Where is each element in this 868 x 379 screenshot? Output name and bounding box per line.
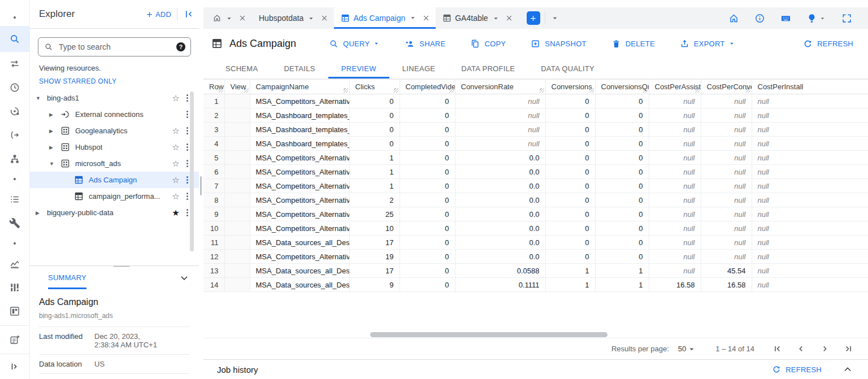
copy-button[interactable]: COPY	[470, 39, 506, 49]
search-input[interactable]	[58, 42, 172, 52]
tab-data-quality[interactable]: DATA QUALITY	[528, 58, 607, 79]
scheduled-queries-icon[interactable]	[0, 76, 30, 99]
tab-summary[interactable]: SUMMARY	[48, 266, 86, 289]
more-dot-icon[interactable]	[0, 235, 30, 252]
refresh-button[interactable]: REFRESH	[803, 39, 853, 49]
tree-item-ads-campaign[interactable]: Ads Campaign☆	[30, 172, 199, 188]
more-dot-icon[interactable]	[0, 9, 30, 26]
tree-item-hubspot[interactable]: ▶Hubspot☆	[30, 139, 199, 155]
star-icon[interactable]: ☆	[170, 175, 182, 185]
expander-down-icon[interactable]: ▼	[36, 95, 47, 101]
column-header-costperassist[interactable]: CostPerAssist	[649, 80, 701, 94]
help-icon[interactable]: ?	[176, 42, 185, 51]
caret-down-icon[interactable]	[492, 14, 500, 23]
column-header-costperinstall[interactable]: CostPerInstall	[752, 80, 868, 94]
expand-rail-button[interactable]	[0, 354, 30, 379]
tab-list-caret-icon[interactable]	[550, 14, 559, 23]
tree-item-microsoft-ads[interactable]: ▼microsoft_ads☆	[30, 155, 199, 172]
explorer-search-box[interactable]: ?	[38, 37, 191, 56]
expander-down-icon[interactable]: ▼	[49, 161, 60, 167]
suggestions-control[interactable]	[806, 13, 826, 24]
capacity-icon[interactable]	[0, 276, 30, 299]
tree-item-bigquery-public-data[interactable]: ▶bigquery-public-data★	[30, 204, 199, 221]
horizontal-scrollbar-thumb[interactable]	[370, 332, 607, 337]
close-icon[interactable]	[238, 14, 246, 22]
close-icon[interactable]	[320, 14, 328, 22]
collapse-explorer-icon[interactable]	[183, 8, 194, 20]
job-history-refresh-button[interactable]: REFRESH	[772, 365, 822, 374]
caret-down-icon[interactable]	[409, 14, 417, 22]
job-list-icon[interactable]	[0, 188, 30, 211]
collapse-job-history-icon[interactable]	[842, 364, 853, 375]
column-header-row[interactable]: Row	[203, 80, 224, 94]
home-icon[interactable]	[728, 13, 739, 24]
tab-ads-campaign[interactable]: Ads Campaign	[334, 7, 436, 29]
expander-right-icon[interactable]: ▶	[49, 145, 60, 150]
search-icon[interactable]	[0, 26, 30, 52]
column-header-conversions[interactable]: Conversions	[545, 80, 595, 94]
delete-button[interactable]: DELETE	[611, 39, 655, 49]
last-page-icon[interactable]	[844, 344, 853, 354]
add-data-button[interactable]: ADD	[145, 10, 171, 19]
monitoring-icon[interactable]	[0, 252, 30, 276]
close-icon[interactable]	[422, 14, 430, 22]
tab-schema[interactable]: SCHEMA	[212, 58, 271, 79]
column-header-campaignname[interactable]: CampaignName	[250, 80, 349, 94]
column-header-conversionrate[interactable]: ConversionRate	[455, 80, 545, 94]
tab-lineage[interactable]: LINEAGE	[389, 58, 448, 79]
page-size-dropdown[interactable]: 50	[678, 345, 696, 354]
explorer-scrollbar[interactable]	[190, 92, 194, 251]
close-icon[interactable]	[505, 14, 513, 22]
column-header-view[interactable]: View	[224, 80, 250, 94]
caret-down-icon[interactable]	[225, 14, 233, 23]
column-header-completedvideo[interactable]: CompletedVideo	[400, 80, 455, 94]
show-starred-only-link[interactable]: SHOW STARRED ONLY	[39, 77, 190, 85]
expander-right-icon[interactable]: ▶	[49, 128, 60, 134]
collapse-summary-icon[interactable]	[179, 272, 190, 284]
previous-page-icon[interactable]	[796, 344, 806, 354]
keyboard-icon[interactable]	[780, 13, 791, 24]
star-icon[interactable]: ☆	[170, 126, 182, 136]
partner-center-icon[interactable]	[0, 147, 30, 171]
tab-hubspotdata[interactable]: Hubspotdata	[252, 7, 334, 29]
star-icon[interactable]: ☆	[170, 93, 182, 103]
expander-right-icon[interactable]: ▶	[36, 210, 47, 216]
star-icon[interactable]: ★	[170, 208, 182, 218]
tree-item-googleanalytics[interactable]: ▶Googleanalytics☆	[30, 123, 199, 139]
export-button[interactable]: EXPORT	[680, 39, 736, 49]
panel-drag-handle[interactable]	[113, 265, 130, 267]
next-page-icon[interactable]	[820, 344, 830, 354]
info-icon[interactable]	[754, 13, 765, 24]
tab-preview[interactable]: PREVIEW	[328, 58, 389, 79]
notebook-add-icon[interactable]	[0, 328, 30, 352]
tree-item-external-connections[interactable]: ▶External connections	[30, 106, 199, 123]
dataform-icon[interactable]	[0, 123, 30, 147]
panel-resize-gutter[interactable]	[199, 0, 203, 379]
tab-details[interactable]: DETAILS	[271, 58, 328, 79]
column-header-conversionsqua[interactable]: ConversionsQua	[595, 80, 649, 94]
more-dot-icon[interactable]	[0, 171, 30, 188]
analytics-hub-icon[interactable]	[0, 99, 30, 123]
administration-icon[interactable]	[0, 211, 30, 235]
tab-data-profile[interactable]: DATA PROFILE	[448, 58, 528, 79]
tab-home[interactable]	[206, 7, 252, 29]
column-header-costperconvers[interactable]: CostPerConvers	[701, 80, 752, 94]
snapshot-button[interactable]: SNAPSHOT	[531, 39, 587, 49]
fullscreen-icon[interactable]	[841, 13, 852, 24]
first-page-icon[interactable]	[772, 344, 782, 354]
share-button[interactable]: SHARE	[405, 39, 445, 49]
star-icon[interactable]: ☆	[170, 191, 182, 202]
vertical-drag-handle[interactable]	[200, 176, 202, 195]
caret-down-icon[interactable]	[307, 14, 315, 23]
tab-ga4table[interactable]: GA4table	[436, 7, 518, 29]
data-transfers-icon[interactable]	[0, 52, 30, 76]
tree-item-bing-ads1[interactable]: ▼bing-ads1☆	[30, 90, 199, 106]
star-icon[interactable]: ☆	[170, 159, 182, 169]
bi-engine-icon[interactable]	[0, 299, 30, 323]
column-header-clicks[interactable]: Clicks	[349, 80, 400, 94]
new-tab-button[interactable]	[527, 11, 540, 25]
expander-right-icon[interactable]: ▶	[49, 112, 60, 117]
query-button[interactable]: QUERY	[329, 39, 380, 49]
star-icon[interactable]: ☆	[170, 142, 182, 153]
tree-item-campaign-performa[interactable]: campaign_performa...☆	[30, 188, 199, 204]
